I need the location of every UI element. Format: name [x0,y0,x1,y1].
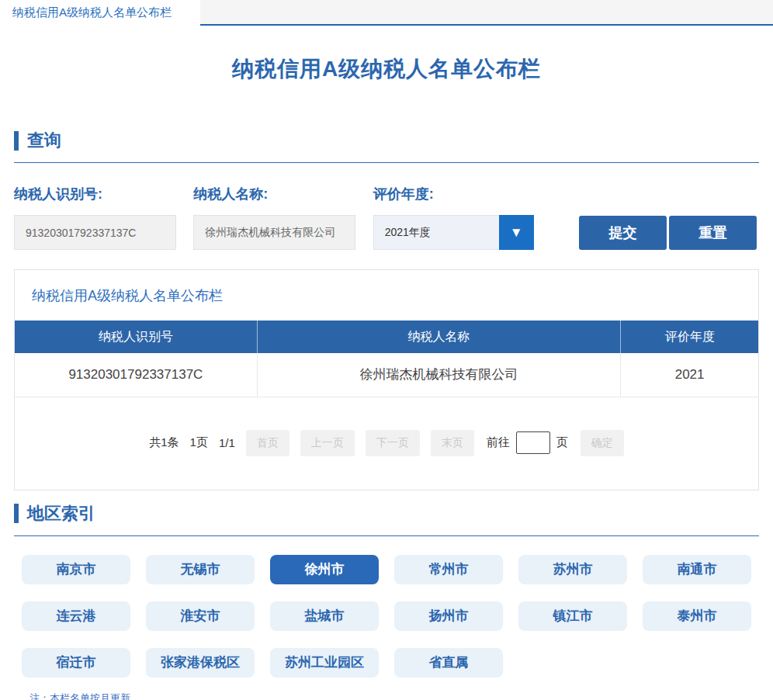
region-section-header: 地区索引 [14,502,773,525]
pagination-current: 1/1 [219,436,235,449]
goto-page-suffix: 页 [556,435,568,450]
region-button[interactable]: 盐城市 [270,601,379,631]
region-button[interactable]: 淮安市 [146,601,255,631]
prev-page-button[interactable]: 上一页 [300,430,355,456]
taxpayer-id-input[interactable] [14,215,176,250]
region-button[interactable]: 扬州市 [394,601,503,631]
taxpayer-name-field-group: 纳税人名称: [193,185,373,250]
cell-taxpayer-name: 徐州瑞杰机械科技有限公司 [257,353,620,397]
section-accent-bar [14,131,19,151]
region-button[interactable]: 连云港 [22,601,130,631]
query-form: 纳税人识别号: 纳税人名称: 评价年度: 2021年度 ▼ 提交 重置 [14,185,759,250]
form-buttons: 提交 重置 [579,216,759,250]
pagination-total: 共1条 [149,435,179,450]
region-button[interactable]: 常州市 [394,555,503,584]
goto-page-label: 前往 [487,435,510,450]
region-button[interactable]: 宿迁市 [22,648,130,677]
pagination-page-count: 1页 [190,435,208,450]
tab-bar-filler [200,0,773,26]
results-panel-title: 纳税信用A级纳税人名单公布栏 [15,270,758,321]
region-section-title: 地区索引 [27,502,95,525]
cell-evaluation-year: 2021 [621,353,758,397]
pagination: 共1条 1页 1/1 首页 上一页 下一页 末页 前往 页 确定 [15,397,758,490]
table-row: 91320301792337137C 徐州瑞杰机械科技有限公司 2021 [15,353,758,397]
results-table: 纳税人识别号 纳税人名称 评价年度 91320301792337137C 徐州瑞… [15,321,758,397]
taxpayer-name-input[interactable] [193,215,355,250]
query-section-title: 查询 [27,129,61,152]
taxpayer-id-label: 纳税人识别号: [14,185,193,203]
results-panel: 纳税信用A级纳税人名单公布栏 纳税人识别号 纳税人名称 评价年度 9132030… [14,269,759,490]
query-section-divider [14,162,759,163]
region-button[interactable]: 南通市 [643,555,751,584]
taxpayer-id-field-group: 纳税人识别号: [14,185,193,250]
next-page-button[interactable]: 下一页 [366,430,420,456]
query-section-header: 查询 [14,129,773,152]
region-button[interactable]: 无锡市 [146,555,255,584]
evaluation-year-label: 评价年度: [373,185,553,203]
evaluation-year-field-group: 评价年度: 2021年度 ▼ [373,185,553,250]
chevron-down-icon[interactable]: ▼ [499,215,534,250]
page-title: 纳税信用A级纳税人名单公布栏 [0,54,773,84]
submit-button[interactable]: 提交 [579,216,667,250]
evaluation-year-value: 2021年度 [373,215,499,250]
region-button[interactable]: 苏州市 [518,555,627,584]
region-button[interactable]: 徐州市 [270,555,379,584]
table-header-row: 纳税人识别号 纳税人名称 评价年度 [15,321,758,353]
first-page-button[interactable]: 首页 [246,430,289,456]
region-button[interactable]: 省直属 [394,648,503,677]
taxpayer-name-label: 纳税人名称: [193,185,373,203]
tab-taxpayer-list[interactable]: 纳税信用A级纳税人名单公布栏 [0,0,200,26]
region-index-grid: 南京市 无锡市 徐州市 常州市 苏州市 南通市 连云港 淮安市 盐城市 扬州市 … [22,555,767,695]
region-button[interactable]: 张家港保税区 [146,648,255,677]
region-button[interactable]: 镇江市 [518,601,627,631]
section-accent-bar [14,504,19,523]
reset-button[interactable]: 重置 [669,216,757,250]
cell-taxpayer-id: 91320301792337137C [15,353,257,397]
footer-note: 注：本栏名单按月更新。 [29,691,773,700]
evaluation-year-select[interactable]: 2021年度 ▼ [373,215,534,250]
region-button[interactable]: 苏州工业园区 [270,648,379,677]
last-page-button[interactable]: 末页 [431,430,474,456]
column-header-taxpayer-id: 纳税人识别号 [15,321,257,353]
column-header-taxpayer-name: 纳税人名称 [257,321,620,353]
goto-page-input[interactable] [516,431,550,454]
region-button[interactable]: 南京市 [22,555,130,584]
confirm-page-button[interactable]: 确定 [581,430,624,456]
column-header-evaluation-year: 评价年度 [621,321,758,353]
top-tab-bar: 纳税信用A级纳税人名单公布栏 [0,0,773,26]
region-section-divider [14,535,759,536]
region-button[interactable]: 泰州市 [643,601,751,631]
